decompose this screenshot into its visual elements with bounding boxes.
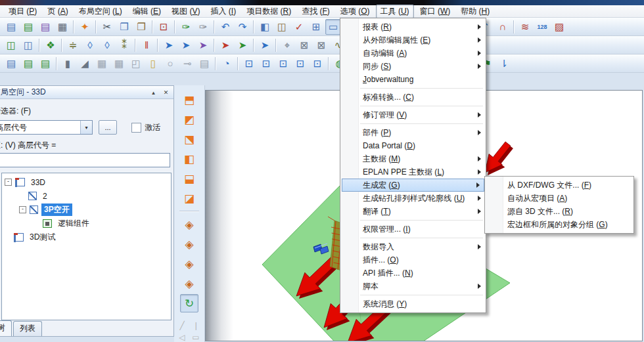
menu-item-D[interactable]: Data Portal (D) — [340, 139, 486, 152]
back-icon[interactable]: ➤ — [257, 37, 273, 53]
insert-window-icon[interactable]: ⊞ — [308, 19, 324, 35]
paste-icon[interactable]: ❐ — [133, 19, 149, 35]
handle-style-1-icon[interactable]: ⊡ — [241, 56, 257, 72]
view-front-icon[interactable]: ⬒ — [180, 91, 198, 109]
window-macro-icon[interactable]: ▤ — [20, 56, 36, 72]
print-icon[interactable]: ▦ — [55, 19, 70, 35]
move-base-point-icon[interactable]: ⌖ — [279, 37, 295, 53]
menu-item-C[interactable]: 标准转换... (C) — [340, 91, 486, 104]
menu-item-P[interactable]: 部件 (P) — [340, 126, 486, 139]
page-macro-icon[interactable]: ▤ — [3, 56, 19, 72]
bar-icon[interactable]: ▯ — [145, 56, 161, 72]
handle-style-4-icon[interactable]: ⊡ — [292, 56, 308, 72]
copy-icon[interactable]: ❐ — [116, 19, 132, 35]
menu-item-G[interactable]: 宏边框和所属的对象分组 (G) — [485, 218, 633, 231]
menubar-item-U[interactable]: 工具 (U) — [376, 5, 414, 18]
menubar-item-E[interactable]: 编辑 (E) — [128, 5, 166, 18]
menu-item-F[interactable]: 从 DXF/DWG 文件... (F) — [485, 179, 633, 192]
menu-item-U[interactable]: 生成钻孔排列样式/轮廓线 (U) — [340, 192, 486, 205]
menubar-item-P[interactable]: 项目 (P) — [4, 5, 41, 18]
iso-view-2-icon[interactable]: ◈ — [180, 235, 198, 253]
page-check-icon[interactable]: ✓ — [291, 19, 307, 35]
tree-item-2[interactable]: 2 — [2, 189, 171, 203]
device-puzzle-icon[interactable]: ❖ — [43, 37, 58, 53]
pins-icon[interactable]: ⁑ — [116, 37, 132, 53]
view-rear-icon[interactable]: ◩ — [180, 110, 198, 129]
filter-combobox[interactable]: 高层代号 ▾ — [0, 120, 93, 135]
table-view-icon[interactable]: ▦ — [111, 56, 127, 72]
iso-view-4-icon[interactable]: ◈ — [180, 274, 198, 293]
project-management-icon[interactable]: ▤ — [37, 19, 53, 35]
menubar-item-O[interactable]: 选项 (O) — [336, 5, 375, 18]
tree-item-3D测试[interactable]: 3D测试 — [2, 230, 171, 244]
ramp-icon[interactable]: ◢ — [77, 56, 93, 72]
view-bottom-icon[interactable]: ◪ — [180, 189, 198, 207]
line-tool-icon[interactable]: ╱ — [176, 320, 188, 331]
menu-item-E[interactable]: 从外部编辑属性 (E) — [340, 33, 486, 47]
view-top-icon[interactable]: ⬓ — [180, 169, 198, 188]
rectangle-tool-icon[interactable]: ▭ — [190, 332, 202, 342]
menu-item-G[interactable]: 生成宏 (G) — [342, 179, 484, 192]
iso-view-1-icon[interactable]: ◈ — [180, 215, 198, 234]
assign-format-icon[interactable]: ✑ — [195, 19, 211, 35]
menu-item-M[interactable]: 主数据 (M) — [340, 152, 486, 165]
navigator-dialog-icon[interactable]: ◫ — [3, 37, 19, 53]
symbol-macro-icon[interactable]: ▤ — [37, 56, 53, 72]
menubar-item-A[interactable]: 页 (A) — [43, 5, 72, 18]
marquee-select-icon[interactable]: ⊡ — [156, 19, 172, 35]
menubar-item-H[interactable]: 帮助 (H) — [456, 5, 494, 18]
circle-tool-icon[interactable]: ○ — [162, 56, 178, 72]
undo-icon[interactable]: ↶ — [218, 19, 233, 35]
menu-item-20[interactable]: 数据导入 — [340, 240, 486, 253]
jump-icon[interactable]: ➤ — [235, 37, 250, 53]
workbook-icon[interactable]: ◧ — [257, 19, 273, 35]
menu-item-I[interactable]: 权限管理... (I) — [340, 223, 486, 236]
menu-item-R[interactable]: 源自 3D 文件... (R) — [485, 205, 633, 218]
menubar-item-F[interactable]: 查找 (F) — [297, 5, 334, 18]
terminal-icon[interactable]: ◊ — [82, 37, 98, 53]
drop-icon[interactable]: ⇂ — [496, 56, 512, 72]
sheet-icon[interactable]: ▤ — [196, 56, 212, 72]
view-left-icon[interactable]: ⬔ — [180, 130, 198, 148]
copy-format-icon[interactable]: ✑ — [178, 19, 194, 35]
handle-style-5-icon[interactable]: ⊡ — [310, 56, 325, 72]
tree-expander-minus[interactable]: - — [5, 179, 12, 186]
mirror-icon[interactable]: ⊠ — [313, 37, 329, 53]
handle-style-2-icon[interactable]: ⊡ — [258, 56, 274, 72]
menubar-item-L[interactable]: 布局空间 (L) — [74, 5, 127, 18]
panel-tab-树[interactable]: 树 — [0, 320, 12, 336]
menu-item-S[interactable]: 同步 (S) — [340, 60, 486, 73]
menubar-item-V[interactable]: 视图 (V) — [167, 5, 204, 18]
tree-item-33D[interactable]: -33D — [2, 175, 171, 189]
menubar-item-R[interactable]: 项目数据 (R) — [242, 5, 296, 18]
menu-item-R[interactable]: 报表 (R) — [340, 20, 486, 33]
tree-item-3P空开[interactable]: -3P空开 — [2, 203, 171, 217]
terminal-strip-icon[interactable]: ◊ — [99, 37, 115, 53]
menu-item-O[interactable]: 插件... (O) — [340, 253, 486, 267]
table-edit-icon[interactable]: ▦ — [94, 56, 110, 72]
rotate-icon[interactable]: ⊠ — [296, 37, 312, 53]
cut-icon[interactable]: ✂ — [99, 19, 115, 35]
menu-item-L[interactable]: EPLAN PPE 主数据 (L) — [340, 165, 486, 179]
checkbox-box[interactable] — [131, 123, 141, 133]
connection-symbol-icon[interactable]: ≋ — [517, 19, 533, 35]
panel-close-button[interactable]: ✕ — [160, 87, 172, 98]
view-right-icon[interactable]: ◧ — [180, 150, 198, 168]
menu-item-T[interactable]: 翻译 (T) — [340, 205, 486, 218]
rotate-view-icon[interactable]: ↻ — [180, 294, 198, 312]
polygon-tool-icon[interactable]: ◁ — [176, 332, 188, 342]
panel-tab-列表[interactable]: 列表 — [13, 321, 42, 336]
menu-item-N[interactable]: API 插件... (N) — [340, 267, 486, 280]
connector-icon[interactable]: ⊸ — [179, 56, 195, 72]
layer-128-icon[interactable]: 128 — [534, 19, 550, 35]
update-icon[interactable]: ◔ — [219, 56, 235, 72]
iso-view-3-icon[interactable]: ◈ — [180, 255, 198, 273]
save-icon[interactable]: ▮ — [60, 56, 76, 72]
plot-frame-icon[interactable]: ▨ — [551, 19, 567, 35]
menubar-item-I[interactable]: 插入 (I) — [206, 5, 241, 18]
browse-button[interactable]: ... — [99, 120, 117, 135]
menu-item-V[interactable]: 修订管理 (V) — [340, 108, 486, 121]
menu-item-A[interactable]: 自动编辑 (A) — [340, 47, 486, 60]
goto-all-representations-icon[interactable]: ➤ — [218, 37, 233, 53]
tree-expander-minus[interactable]: - — [19, 206, 26, 213]
